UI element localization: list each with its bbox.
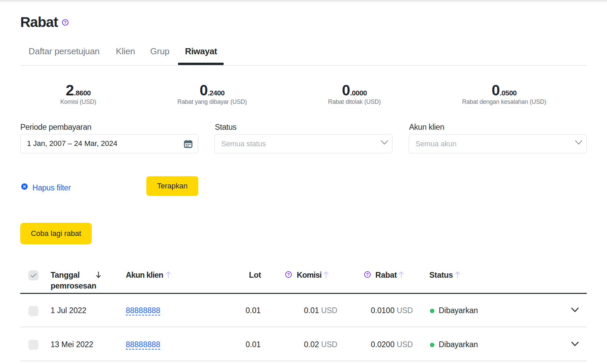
svg-text:?: ?: [64, 20, 66, 25]
svg-text:?: ?: [287, 272, 290, 277]
svg-text:?: ?: [366, 272, 369, 277]
